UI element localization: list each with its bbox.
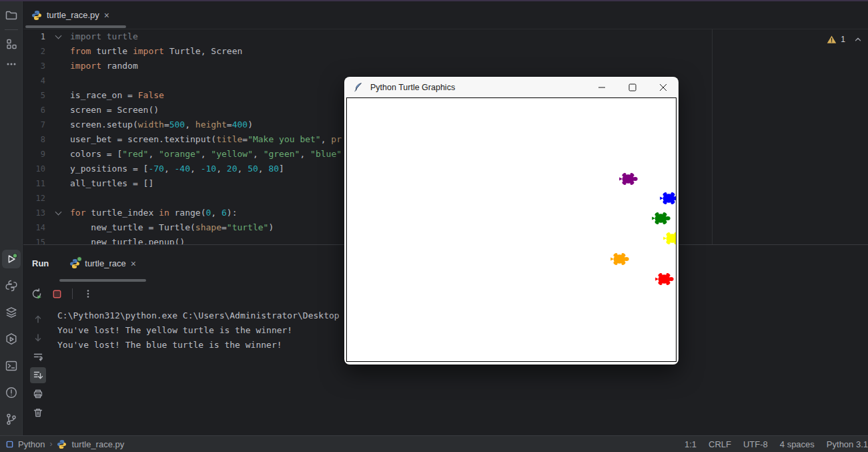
python-packages-button[interactable]	[0, 276, 23, 296]
line-number: 7	[23, 118, 49, 132]
minimize-button[interactable]	[586, 77, 617, 97]
gutter-fold-column	[49, 162, 67, 176]
stop-button[interactable]	[48, 285, 65, 302]
clear-console-button[interactable]	[30, 405, 46, 421]
fold-arrow-icon[interactable]	[55, 208, 61, 215]
scroll-down-button[interactable]	[30, 330, 46, 346]
scroll-to-end-icon	[33, 370, 43, 381]
tab-close-icon[interactable]: ×	[104, 11, 109, 20]
breadcrumb: Python › turtle_race.py	[0, 439, 124, 449]
gutter-fold-column	[49, 220, 67, 235]
more-tool-windows-button[interactable]	[0, 54, 23, 74]
line-number: 9	[23, 147, 49, 162]
gutter-fold-column	[49, 147, 67, 162]
more-icon	[5, 58, 17, 70]
gutter-fold-column	[49, 191, 67, 206]
line-number: 6	[23, 103, 49, 118]
version-control-icon	[5, 413, 18, 426]
services-button[interactable]	[0, 302, 23, 322]
project-folder-button[interactable]	[0, 5, 23, 25]
inspection-widget[interactable]: 1	[827, 35, 863, 44]
line-number: 3	[23, 59, 49, 73]
gutter-fold-column	[49, 44, 67, 59]
line-number: 11	[23, 176, 49, 191]
line-number: 2	[23, 44, 49, 59]
window-title: Python Turtle Graphics	[370, 83, 455, 92]
code-text: import turtle	[67, 29, 138, 44]
status-widget[interactable]: 4 spaces	[774, 439, 821, 449]
purple-turtle	[616, 170, 639, 188]
fold-arrow-icon[interactable]	[55, 32, 61, 39]
line-number: 14	[23, 220, 49, 235]
line-number: 5	[23, 88, 49, 103]
running-indicator-dot	[77, 256, 82, 262]
yellow-turtle	[661, 230, 677, 247]
tab-turtle-race-py[interactable]: turtle_race.py ×	[23, 1, 131, 29]
window-top-edge	[0, 0, 868, 1]
code-text: import random	[67, 59, 138, 73]
status-widget[interactable]: 1:1	[679, 439, 703, 449]
line-number: 8	[23, 132, 49, 147]
code-text: user_bet = screen.textinput(title="Make …	[67, 132, 342, 147]
rerun-button[interactable]	[28, 285, 45, 302]
scroll-to-end-button[interactable]	[30, 367, 46, 383]
soft-wrap-button[interactable]	[30, 349, 46, 365]
status-widget[interactable]: UTF-8	[737, 439, 774, 449]
editor-tab-bar: turtle_race.py ×	[23, 1, 868, 29]
close-icon	[659, 83, 667, 91]
version-control-button[interactable]	[0, 409, 23, 429]
close-button[interactable]	[648, 77, 679, 97]
code-text: colors = ["red", "orange", "yellow", "gr…	[67, 147, 342, 162]
maximize-button[interactable]	[617, 77, 648, 97]
code-line: 1import turtle	[23, 29, 868, 44]
status-widget[interactable]: Python 3.1	[821, 439, 868, 449]
more-vertical-icon	[83, 288, 93, 299]
print-button[interactable]	[30, 386, 46, 402]
run-tab-close-icon[interactable]: ×	[131, 259, 136, 268]
line-number: 4	[23, 73, 49, 88]
structure-button[interactable]	[0, 34, 23, 54]
chevron-up-icon[interactable]	[853, 35, 863, 44]
scroll-up-button[interactable]	[30, 311, 46, 327]
line-number: 1	[23, 29, 49, 44]
gutter-fold-column	[49, 206, 67, 220]
problems-button[interactable]	[0, 383, 23, 403]
run-panel-title: Run	[32, 258, 49, 268]
console-gutter	[23, 306, 53, 435]
tab-underline	[25, 25, 126, 28]
run-icon	[2, 250, 21, 268]
status-widgets: 1:1CRLFUTF-84 spacesPython 3.1	[679, 439, 868, 449]
python-console-icon	[5, 332, 18, 346]
toolbar-separator	[72, 288, 73, 299]
breadcrumb-chevron-icon: ›	[49, 439, 52, 449]
red-turtle	[653, 270, 675, 288]
problems-icon	[5, 386, 18, 399]
services-icon	[5, 306, 18, 319]
status-widget[interactable]: CRLF	[703, 439, 737, 449]
maximize-icon	[628, 83, 636, 91]
gutter-fold-column	[49, 235, 67, 244]
folder-icon	[5, 9, 18, 22]
code-text: from turtle import Turtle, Screen	[67, 44, 242, 59]
blue-turtle	[657, 190, 677, 207]
run-tab-turtle-race[interactable]: turtle_race ×	[69, 258, 136, 269]
more-options-button[interactable]	[79, 285, 97, 302]
code-text: y_positions = [-70, -40, -10, 20, 50, 80…	[67, 162, 284, 176]
terminal-icon	[5, 359, 18, 373]
window-title-bar[interactable]: Python Turtle Graphics	[344, 77, 679, 97]
structure-icon	[5, 38, 17, 50]
breadcrumb-project[interactable]: Python	[18, 439, 45, 449]
clear-icon	[33, 407, 43, 418]
soft-wrap-icon	[33, 351, 43, 362]
gutter-fold-column	[49, 88, 67, 103]
code-text: screen.setup(width=500, height=400)	[67, 118, 253, 132]
python-console-button[interactable]	[0, 329, 23, 349]
breadcrumb-file[interactable]: turtle_race.py	[71, 439, 124, 449]
turtle-graphics-window: Python Turtle Graphics	[344, 77, 679, 365]
code-text: is_race_on = False	[67, 88, 164, 103]
run-tool-window-button[interactable]	[0, 249, 23, 269]
python-tool-icon	[5, 279, 18, 292]
tab-label: turtle_race.py	[47, 10, 99, 20]
stop-icon	[51, 288, 63, 300]
terminal-button[interactable]	[0, 356, 23, 376]
